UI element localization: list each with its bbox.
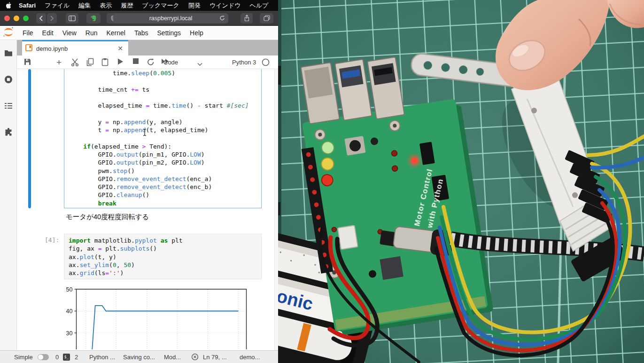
sidebar-toggle-button[interactable] [66, 13, 78, 24]
macos-menu-list: ファイル編集表示履歴ブックマーク開発ウインドウヘルプ [45, 1, 268, 10]
jupyterlab-menu-item[interactable]: File [23, 29, 33, 37]
filename-indicator: demo... [240, 354, 260, 361]
table-of-contents-icon[interactable] [4, 101, 13, 110]
macos-menu-item[interactable]: ウインドウ [209, 1, 241, 10]
kernel-status-text[interactable]: Python ... [89, 354, 115, 361]
show-tabs-button[interactable] [260, 13, 273, 24]
notebook-scrollbar[interactable]: ‹ [274, 69, 278, 350]
terminal-count[interactable]: 2 [75, 354, 78, 361]
file-browser-icon[interactable] [4, 48, 13, 58]
trust-indicator-icon [191, 353, 199, 362]
notebook-content[interactable]: time.sleep(0.005) time_cnt += ts elapsed… [17, 69, 278, 350]
extension-manager-icon[interactable] [4, 128, 13, 137]
tab-demo-ipynb[interactable]: demo.ipynb ✕ [22, 40, 128, 55]
hat-pcb [302, 98, 488, 331]
running-kernels-icon[interactable] [4, 75, 13, 84]
saving-status-text: Saving co... [123, 354, 155, 361]
macos-menu-item[interactable]: ファイル [45, 1, 70, 10]
minimize-window-button[interactable] [14, 16, 19, 21]
share-button[interactable] [241, 13, 253, 24]
jupyterlab-menu-item[interactable]: Help [190, 29, 203, 37]
address-bar[interactable]: raspberrypi.local [113, 13, 228, 24]
macos-menubar: Safari ファイル編集表示履歴ブックマーク開発ウインドウヘルプ [0, 0, 278, 11]
cut-cells-button[interactable] [70, 58, 80, 67]
chevron-down-icon[interactable] [197, 60, 207, 69]
simple-mode-toggle[interactable] [38, 354, 49, 360]
zoom-window-button[interactable] [23, 16, 29, 21]
notebook-toolbar: + Code [17, 55, 278, 69]
code-cell-source[interactable]: time.sleep(0.005) time_cnt += ts elapsed… [69, 69, 249, 207]
cell-type-select[interactable]: Code [163, 59, 178, 66]
jupyterlab-menu-item[interactable]: Edit [42, 29, 54, 37]
jupyterlab-menu-item[interactable]: View [62, 29, 77, 37]
line-col-indicator[interactable]: Ln 79, ... [203, 354, 227, 361]
address-bar-url: raspberrypi.local [149, 15, 193, 22]
macos-menu-item[interactable]: 編集 [78, 1, 91, 10]
push-button [344, 136, 365, 156]
save-button[interactable] [23, 58, 33, 67]
jupyter-logo [2, 26, 15, 39]
svg-text:50: 50 [66, 286, 73, 293]
jupyterlab-activity-bar [0, 40, 17, 350]
evernote-extension-button[interactable] [86, 13, 101, 24]
paste-cells-button[interactable] [101, 58, 111, 67]
interrupt-kernel-button[interactable] [132, 58, 142, 67]
tab-title: demo.ipynb [36, 45, 68, 52]
forward-button[interactable] [47, 13, 57, 24]
copy-cells-button[interactable] [86, 58, 95, 67]
macos-menu-item[interactable]: 表示 [100, 1, 112, 10]
jupyterlab-menu-list: FileEditViewRunKernelTabsSettingsHelp [23, 29, 203, 37]
text-cursor-pointer [142, 128, 147, 136]
cell-input-prompt: [4]: [45, 237, 59, 244]
add-cell-button[interactable]: + [56, 57, 66, 67]
safari-window: Safari ファイル編集表示履歴ブックマーク開発ウインドウヘルプ [0, 0, 278, 363]
jupyterlab-menu-item[interactable]: Tabs [134, 29, 148, 37]
usb-plug-metal [393, 226, 437, 253]
output-chart: 504030 [64, 284, 252, 349]
safari-toolbar: raspberrypi.local [0, 11, 278, 26]
macos-menu-item[interactable]: 開発 [188, 1, 201, 10]
run-cell-button[interactable] [117, 58, 126, 67]
kernel-status-icon[interactable] [262, 58, 271, 68]
menubar-app-name[interactable]: Safari [19, 2, 36, 9]
macos-menu-item[interactable]: ブックマーク [142, 1, 179, 10]
restart-kernel-button[interactable] [147, 58, 156, 67]
simple-mode-label: Simple [14, 354, 33, 361]
driver-chip [380, 256, 403, 280]
terminal-icon: $_ [63, 354, 70, 361]
power-connector [338, 225, 358, 249]
svg-text:40: 40 [66, 308, 73, 315]
window-controls [4, 16, 29, 21]
active-cell-collapser[interactable] [28, 69, 31, 208]
mode-indicator: Mod... [164, 354, 181, 361]
tab-close-icon[interactable]: ✕ [117, 45, 124, 52]
back-button[interactable] [36, 13, 46, 24]
jupyterlab-statusbar: Simple 0 $_ 2 Python ... Saving co... Mo… [0, 350, 278, 363]
notebook-icon [25, 44, 32, 53]
jupyterlab-menubar: FileEditViewRunKernelTabsSettingsHelp [0, 26, 278, 40]
svg-text:30: 30 [66, 330, 73, 337]
jupyterlab-menu-item[interactable]: Kernel [106, 29, 125, 37]
hardware-photo: sonic [278, 0, 644, 363]
close-window-button[interactable] [4, 16, 10, 21]
screenshot-root: Safari ファイル編集表示履歴ブックマーク開発ウインドウヘルプ [0, 0, 644, 363]
kernel-name-button[interactable]: Python 3 [232, 59, 256, 66]
macos-menu-item[interactable]: ヘルプ [249, 1, 268, 10]
tab-bar: demo.ipynb ✕ [17, 40, 278, 55]
reload-icon[interactable] [219, 15, 225, 23]
macos-menu-item[interactable]: 履歴 [121, 1, 133, 10]
kernel-count[interactable]: 0 [55, 354, 59, 361]
code-cell2-source[interactable]: import matplotlib.pyplot as pltfig, ax =… [69, 237, 183, 277]
apple-logo-icon[interactable] [6, 2, 12, 9]
markdown-cell[interactable]: モータが40度程度回転する [66, 213, 149, 221]
jupyterlab-menu-item[interactable]: Run [85, 29, 98, 37]
jupyterlab-menu-item[interactable]: Settings [157, 29, 181, 37]
